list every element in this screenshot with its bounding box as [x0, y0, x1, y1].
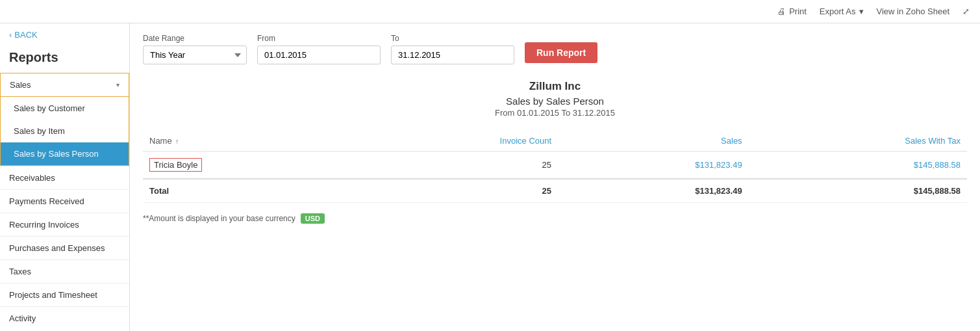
- date-range-select[interactable]: This Year: [143, 46, 247, 64]
- top-bar: 🖨 Print Export As ▾ View in Zoho Sheet ⤢: [0, 0, 980, 23]
- currency-note: **Amount is displayed in your base curre…: [143, 213, 967, 224]
- sidebar-item-sales-by-sales-person[interactable]: Sales by Sales Person: [1, 142, 129, 165]
- sidebar-item-taxes[interactable]: Taxes: [0, 259, 129, 283]
- col-header-name: Name ↑: [143, 131, 353, 152]
- print-button[interactable]: 🖨 Print: [777, 7, 807, 16]
- sidebar-item-sales-by-item[interactable]: Sales by Item: [1, 120, 129, 142]
- report-name: Sales by Sales Person: [143, 96, 967, 107]
- sidebar-item-recurring-invoices[interactable]: Recurring Invoices: [0, 213, 129, 236]
- row-invoice-count-cell: 25: [353, 152, 558, 179]
- sidebar-item-activity[interactable]: Activity: [0, 306, 129, 330]
- print-label: Print: [789, 7, 807, 16]
- total-sales: $131,823.49: [558, 179, 749, 203]
- report-header: Zillum Inc Sales by Sales Person From 01…: [143, 80, 967, 118]
- main-layout: ‹ BACK Reports Sales ▾ Sales by Customer…: [0, 23, 980, 331]
- currency-note-text: **Amount is displayed in your base curre…: [143, 214, 295, 223]
- back-arrow-icon: ‹: [9, 30, 12, 40]
- sidebar-item-sales-by-customer[interactable]: Sales by Customer: [1, 97, 129, 120]
- sidebar-sales-header[interactable]: Sales ▾: [1, 73, 129, 97]
- view-in-zoho-button[interactable]: View in Zoho Sheet: [877, 7, 950, 16]
- chevron-down-icon: ▾: [859, 7, 864, 16]
- report-table: Name ↑ Invoice Count Sales Sales With Ta…: [143, 131, 967, 203]
- view-label: View in Zoho Sheet: [877, 7, 950, 16]
- back-button[interactable]: ‹ BACK: [0, 23, 129, 46]
- sidebar-item-receivables[interactable]: Receivables: [0, 166, 129, 189]
- sidebar-title: Reports: [0, 46, 129, 73]
- sidebar-sales-label: Sales: [10, 80, 31, 90]
- row-name-cell: Tricia Boyle: [143, 152, 353, 179]
- main-content: Date Range This Year From To Run Report …: [130, 23, 980, 331]
- sort-icon[interactable]: ↑: [175, 138, 179, 145]
- col-header-sales-with-tax[interactable]: Sales With Tax: [749, 131, 967, 152]
- highlighted-name[interactable]: Tricia Boyle: [149, 158, 202, 172]
- filter-bar: Date Range This Year From To Run Report: [143, 34, 967, 64]
- sidebar: ‹ BACK Reports Sales ▾ Sales by Customer…: [0, 23, 130, 331]
- total-row: Total 25 $131,823.49 $145,888.58: [143, 179, 967, 203]
- chevron-down-icon: ▾: [116, 81, 119, 88]
- sidebar-sales-section: Sales ▾ Sales by Customer Sales by Item …: [0, 73, 129, 166]
- table-row: Tricia Boyle 25 $131,823.49 $145,888.58: [143, 152, 967, 179]
- sales-with-tax-link[interactable]: $145,888.58: [914, 160, 961, 170]
- col-header-invoice-count[interactable]: Invoice Count: [353, 131, 558, 152]
- to-label: To: [391, 34, 514, 43]
- back-label: BACK: [14, 30, 37, 40]
- date-range-group: Date Range This Year: [143, 34, 247, 64]
- sales-link[interactable]: $131,823.49: [695, 160, 742, 170]
- date-range-label: Date Range: [143, 34, 247, 43]
- report-period: From 01.01.2015 To 31.12.2015: [143, 108, 967, 118]
- from-label: From: [257, 34, 381, 43]
- to-date-group: To: [391, 34, 514, 64]
- currency-badge: USD: [301, 213, 325, 224]
- total-sales-with-tax: $145,888.58: [749, 179, 967, 203]
- row-sales-cell[interactable]: $131,823.49: [558, 152, 749, 179]
- row-sales-with-tax-cell[interactable]: $145,888.58: [749, 152, 967, 179]
- total-invoice-count: 25: [353, 179, 558, 203]
- expand-button[interactable]: ⤢: [962, 7, 970, 16]
- col-header-sales[interactable]: Sales: [558, 131, 749, 152]
- sidebar-item-projects-timesheet[interactable]: Projects and Timesheet: [0, 283, 129, 306]
- run-report-button[interactable]: Run Report: [525, 42, 597, 63]
- export-button[interactable]: Export As ▾: [820, 7, 864, 16]
- report-company: Zillum Inc: [143, 80, 967, 93]
- print-icon: 🖨: [777, 7, 786, 16]
- total-label: Total: [143, 179, 353, 203]
- export-label: Export As: [820, 7, 856, 16]
- from-date-input[interactable]: [257, 46, 381, 64]
- to-date-input[interactable]: [391, 46, 514, 64]
- sidebar-item-payments-received[interactable]: Payments Received: [0, 189, 129, 213]
- sidebar-item-purchases-expenses[interactable]: Purchases and Expenses: [0, 236, 129, 259]
- expand-icon: ⤢: [962, 7, 970, 16]
- from-date-group: From: [257, 34, 381, 64]
